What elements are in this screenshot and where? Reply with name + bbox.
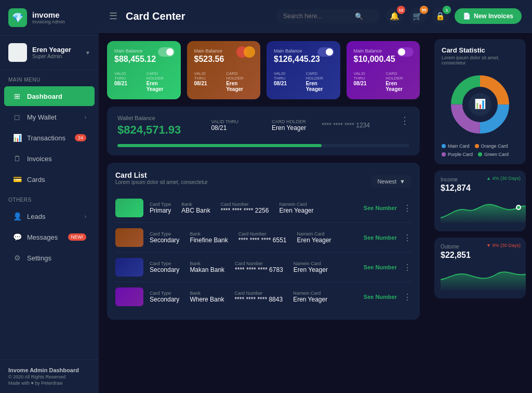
card-holder: CARD HOLDER Eren Yeager (306, 71, 333, 92)
wallet-meta: VALID THRU 08/21 CARD HOLDER Eren Yeager (211, 119, 306, 132)
sort-label: Newest (377, 178, 396, 185)
sidebar-item-messages[interactable]: 💬 Messages NEW! (4, 227, 95, 247)
card-toggle-purple[interactable] (397, 47, 414, 57)
legend-item: Main Card (442, 143, 470, 149)
see-number-button[interactable]: See Number (364, 264, 397, 270)
card-thumbnail (115, 287, 143, 306)
income-chart (441, 197, 520, 225)
row-options-icon[interactable]: ⋮ (403, 233, 411, 243)
sidebar-item-transactions[interactable]: 📊 Transactions 24 (4, 128, 95, 148)
chevron-right-icon: › (85, 214, 86, 219)
legend-item: Purple Card (442, 152, 473, 157)
lock-badge: 1 (443, 6, 451, 14)
card-holder: CARD HOLDER Eren Yeager (147, 71, 174, 92)
sidebar-item-leads[interactable]: 👤 Leads › (4, 206, 95, 226)
logo-text: invome Invoicing Admin (32, 11, 65, 25)
wallet-card-holder: CARD HOLDER Eren Yeager (272, 119, 306, 132)
card-type-col: Card Type Primary (150, 202, 171, 214)
sidebar-item-label: Cards (27, 176, 45, 184)
footer-title: Invome Admin Dashboard (8, 367, 90, 373)
user-role: Super Admin (32, 54, 71, 59)
svg-point-7 (516, 205, 521, 209)
sidebar-item-label: Invoices (27, 155, 52, 163)
user-profile[interactable]: Eren Yeager Super Admin ▼ (0, 36, 99, 70)
leads-icon: 👤 (12, 212, 22, 221)
logo-title: invome (32, 11, 65, 20)
table-row: Card Type Secondary Bank Makan Bank Card… (115, 253, 411, 282)
content-left: Main Balance $88,455.12 VALID THRU 08/21… (99, 33, 428, 393)
legend-label: Purple Card (448, 152, 473, 157)
legend-label: Main Card (448, 143, 470, 149)
outome-trend: ▼ 9% (30 Days) (486, 243, 521, 248)
search-input[interactable] (283, 12, 351, 20)
outome-card: Outome $22,851 ▼ 9% (30 Days) (434, 238, 526, 298)
transactions-badge: 24 (75, 134, 86, 141)
card-number-col: Card Number **** **** **** 2256 (221, 202, 269, 214)
new-invoice-button[interactable]: 📄 New Invoices (455, 8, 522, 24)
stat-title: Card Statistic (442, 46, 518, 54)
dashboard-icon: ⊞ (12, 91, 22, 101)
messages-icon: 💬 (12, 232, 22, 242)
legend-item: Green Card (478, 152, 509, 157)
search-box[interactable]: 🔍 (276, 9, 380, 23)
user-name: Eren Yeager (32, 46, 71, 54)
sidebar-item-label: Transactions (27, 134, 65, 142)
card-valid-thru: VALID THRU 08/21 (194, 71, 216, 92)
sidebar-item-cards[interactable]: 💳 Cards (4, 169, 95, 189)
header-icons: 🔔 12 🛒 55 🔒 1 📄 New Invoices (386, 7, 522, 25)
avatar (8, 43, 27, 62)
table-row: Card Type Secondary Bank Finefine Bank C… (115, 223, 411, 253)
section-header: Card List Lorem ipsum dolor sit amet, co… (115, 171, 411, 191)
card-type-col: Card Type Secondary (150, 231, 179, 244)
outome-amount: $22,851 (441, 251, 520, 260)
notifications-badge: 12 (397, 6, 405, 14)
card-toggle-navy[interactable] (317, 47, 334, 57)
card-type-col: Card Type Secondary (150, 291, 179, 303)
row-options-icon[interactable]: ⋮ (403, 292, 411, 302)
table-row: Card Type Primary Bank ABC Bank Card Num… (115, 193, 411, 223)
logo-subtitle: Invoicing Admin (32, 19, 65, 24)
see-number-button[interactable]: See Number (364, 205, 397, 211)
page-title: Card Center (126, 10, 270, 22)
card-holder: CARD HOLDER Eren Yeager (385, 71, 413, 92)
wallet-valid-thru: VALID THRU 08/21 (211, 119, 238, 132)
new-invoice-label: New Invoices (474, 12, 513, 20)
footer-made: Made with ♥ by Peterdraw (8, 381, 90, 386)
bank-col: Bank ABC Bank (181, 202, 210, 214)
cart-button[interactable]: 🛒 55 (409, 7, 427, 25)
card-valid-thru: VALID THRU 08/21 (274, 71, 296, 92)
lock-button[interactable]: 🔒 1 (432, 7, 449, 25)
donut-legend: Main Card Orange Card Purple Card Green … (442, 143, 518, 157)
user-info: Eren Yeager Super Admin (32, 46, 71, 59)
see-number-button[interactable]: See Number (364, 294, 397, 300)
more-options-icon[interactable]: ⋮ (400, 115, 409, 126)
card-toggle-green[interactable] (158, 47, 175, 57)
bank-col: Bank Where Bank (190, 291, 224, 303)
hamburger-icon[interactable]: ☰ (109, 10, 117, 22)
sidebar-item-my-wallet[interactable]: ◻ My Wallet › (4, 107, 95, 127)
sidebar-item-settings[interactable]: ⚙ Settings (4, 248, 95, 268)
others-label: Others (0, 190, 99, 206)
notifications-button[interactable]: 🔔 12 (386, 7, 404, 25)
card-navy: Main Balance $126,445.23 VALID THRU 08/2… (267, 41, 340, 99)
card-purple: Main Balance $10,000.45 VALID THRU 08/21… (347, 41, 420, 99)
sidebar-item-dashboard[interactable]: ⊞ Dashboard (4, 86, 95, 106)
table-row: Card Type Secondary Bank Where Bank Card… (115, 282, 411, 311)
wallet-card-number: **** **** **** 1234 (322, 122, 370, 129)
invoice-icon: 📄 (463, 12, 471, 20)
row-options-icon[interactable]: ⋮ (403, 203, 411, 213)
sidebar-footer: Invome Admin Dashboard © 2020 All Rights… (0, 359, 99, 393)
wallet-card: Wallet Balance $824,571.93 VALID THRU 08… (107, 107, 420, 155)
main-menu-label: Main Menu (0, 70, 99, 86)
sort-button[interactable]: Newest ▼ (371, 175, 411, 188)
see-number-button[interactable]: See Number (364, 234, 397, 241)
card-thumbnail (115, 199, 143, 217)
card-list-section: Card List Lorem ipsum dolor sit amet, co… (107, 163, 420, 320)
bank-col: Bank Makan Bank (190, 261, 224, 273)
cart-badge: 55 (420, 6, 428, 14)
cards-row: Main Balance $88,455.12 VALID THRU 08/21… (107, 41, 420, 99)
footer-copy: © 2020 All Rights Reserved (8, 374, 90, 379)
sidebar-item-label: Dashboard (27, 93, 62, 100)
row-options-icon[interactable]: ⋮ (403, 263, 411, 272)
sidebar-item-invoices[interactable]: 🗒 Invoices (4, 149, 95, 168)
